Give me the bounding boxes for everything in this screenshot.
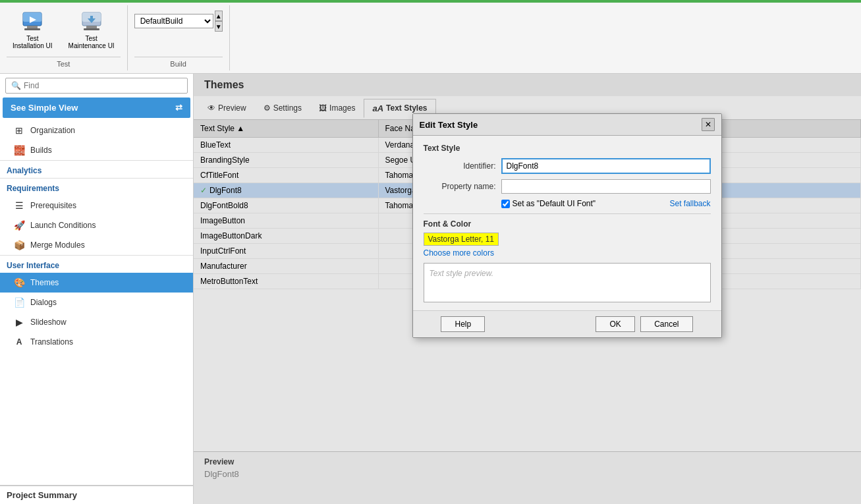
builds-icon: 🧱 <box>13 144 25 156</box>
property-name-row: Property name: <box>424 179 711 194</box>
translations-icon: A <box>13 336 25 348</box>
help-button[interactable]: Help <box>441 316 485 332</box>
sidebar-item-prerequisites[interactable]: ☰ Prerequisites <box>0 196 193 215</box>
property-name-input[interactable] <box>501 179 711 194</box>
default-ui-font-label: Set as "Default UI Font" <box>513 199 596 208</box>
sidebar-section-analytics: Analytics <box>0 160 193 178</box>
modal-preview-box: Text style preview. <box>424 263 711 302</box>
sidebar-label-translations: Translations <box>30 337 73 347</box>
toolbar: TestInstallation UI TestMaintenance UI T… <box>0 3 861 74</box>
font-color-section: Font & Color Vastorga Letter, 11 Choose … <box>424 213 711 302</box>
sidebar-item-project-summary[interactable]: Project Summary <box>0 485 193 504</box>
modal-close-button[interactable]: ✕ <box>702 118 715 131</box>
identifier-row: Identifier: <box>424 158 711 174</box>
modal-footer: Help OK Cancel <box>413 310 721 337</box>
sidebar-section-user-interface: User Interface <box>0 255 193 273</box>
toolbar-group-build: DefaultBuild ▲ ▼ Build <box>128 5 230 70</box>
sidebar-item-translations[interactable]: A Translations <box>0 332 193 352</box>
sidebar-label-organization: Organization <box>30 126 75 135</box>
sidebar-label-themes: Themes <box>30 278 59 287</box>
ok-button[interactable]: OK <box>596 316 635 332</box>
prerequisites-icon: ☰ <box>13 200 25 211</box>
main-container: 🔍 See Simple View ⇄ ⊞ Organization 🧱 Bui… <box>0 74 861 504</box>
sidebar-label-dialogs: Dialogs <box>30 298 57 307</box>
identifier-label: Identifier: <box>424 161 496 171</box>
sidebar-item-slideshow[interactable]: ▶ Slideshow <box>0 312 193 332</box>
search-input[interactable] <box>24 81 182 90</box>
search-icon: 🔍 <box>11 81 21 90</box>
build-arrow-down[interactable]: ▼ <box>215 21 223 32</box>
sidebar-item-launch-conditions[interactable]: 🚀 Launch Conditions <box>0 215 193 235</box>
property-name-label: Property name: <box>424 182 496 191</box>
simple-view-button[interactable]: See Simple View ⇄ <box>3 98 190 118</box>
modal-title-text: Edit Text Style <box>420 120 478 130</box>
font-color-value[interactable]: Vastorga Letter, 11 <box>424 233 499 246</box>
themes-icon: 🎨 <box>13 277 25 289</box>
toolbar-build-group-label: Build <box>134 57 223 68</box>
modal-preview-text: Text style preview. <box>430 269 494 278</box>
launch-conditions-icon: 🚀 <box>13 219 25 231</box>
svg-rect-3 <box>24 28 40 30</box>
sidebar-item-dialogs[interactable]: 📄 Dialogs <box>0 293 193 312</box>
simple-view-icon: ⇄ <box>175 103 182 113</box>
build-control: DefaultBuild ▲ ▼ <box>134 11 223 32</box>
test-install-ui-label: TestInstallation UI <box>13 35 53 49</box>
choose-more-colors-link[interactable]: Choose more colors <box>424 248 711 258</box>
merge-modules-icon: 📦 <box>13 239 25 251</box>
sidebar-label-merge-modules: Merge Modules <box>30 240 85 250</box>
test-maint-ui-label: TestMaintenance UI <box>69 35 115 49</box>
sidebar-label-launch-conditions: Launch Conditions <box>30 221 96 230</box>
modal-overlay: Edit Text Style ✕ Text Style Identifier:… <box>194 74 861 504</box>
modal-body: Text Style Identifier: Property name: Se… <box>413 136 721 310</box>
modal-section-text-style: Text Style <box>424 144 711 153</box>
edit-text-style-modal: Edit Text Style ✕ Text Style Identifier:… <box>412 113 722 338</box>
default-ui-font-checkbox[interactable] <box>501 200 510 208</box>
build-arrow-up[interactable]: ▲ <box>215 11 223 21</box>
font-color-section-label: Font & Color <box>424 219 711 229</box>
slideshow-icon: ▶ <box>13 316 25 328</box>
sidebar-item-organization[interactable]: ⊞ Organization <box>0 121 193 140</box>
test-install-ui-icon <box>22 11 43 32</box>
toolbar-group-test: TestInstallation UI TestMaintenance UI T… <box>0 5 128 70</box>
modal-title-bar: Edit Text Style ✕ <box>413 114 721 136</box>
test-install-ui-button[interactable]: TestInstallation UI <box>7 8 59 53</box>
svg-rect-2 <box>27 26 38 28</box>
build-arrows: ▲ ▼ <box>215 11 223 32</box>
sidebar-item-themes[interactable]: 🎨 Themes <box>0 273 193 293</box>
test-maint-ui-icon <box>81 11 102 32</box>
sidebar: 🔍 See Simple View ⇄ ⊞ Organization 🧱 Bui… <box>0 74 194 504</box>
organization-icon: ⊞ <box>13 125 25 136</box>
identifier-input[interactable] <box>501 158 711 174</box>
sidebar-section-requirements: Requirements <box>0 178 193 196</box>
search-box[interactable]: 🔍 <box>5 78 188 94</box>
test-maint-ui-button[interactable]: TestMaintenance UI <box>63 8 121 53</box>
sidebar-item-builds[interactable]: 🧱 Builds <box>0 140 193 160</box>
toolbar-test-group-label: Test <box>7 57 121 68</box>
dialogs-icon: 📄 <box>13 296 25 308</box>
sidebar-label-builds: Builds <box>30 146 52 155</box>
simple-view-label: See Simple View <box>11 103 78 113</box>
cancel-button[interactable]: Cancel <box>640 316 692 332</box>
sidebar-item-merge-modules[interactable]: 📦 Merge Modules <box>0 235 193 255</box>
svg-rect-7 <box>86 26 97 28</box>
set-fallback-link[interactable]: Set fallback <box>669 199 710 208</box>
build-configuration-select[interactable]: DefaultBuild <box>134 14 213 28</box>
sidebar-label-prerequisites: Prerequisites <box>30 201 76 210</box>
toolbar-test-buttons: TestInstallation UI TestMaintenance UI <box>7 8 121 53</box>
svg-rect-8 <box>84 28 99 30</box>
project-summary-label: Project Summary <box>7 490 77 500</box>
content-area: Themes 👁 Preview ⚙ Settings 🖼 Images aA … <box>194 74 861 504</box>
sidebar-label-slideshow: Slideshow <box>30 318 67 327</box>
checkbox-row: Set as "Default UI Font" Set fallback <box>424 199 711 208</box>
